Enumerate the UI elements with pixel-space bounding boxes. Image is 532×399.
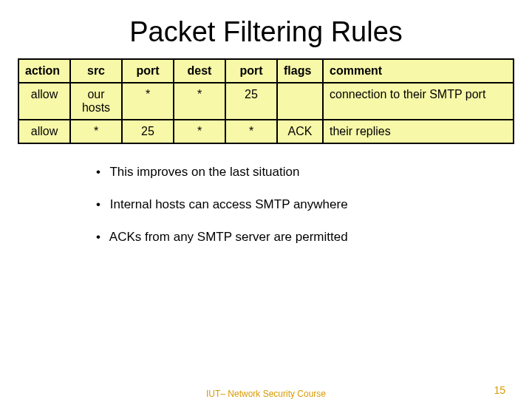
cell-action: allow <box>18 83 70 120</box>
footer-text: IUT– Network Security Course <box>0 389 532 399</box>
bullet-text: Internal hosts can access SMTP anywhere <box>110 197 348 211</box>
list-item: • ACKs from any SMTP server are permitte… <box>96 230 532 245</box>
col-port2: port <box>225 59 277 83</box>
table-row: allow our hosts * * 25 connection to the… <box>18 83 514 120</box>
cell-port1: 25 <box>122 120 174 143</box>
col-dest: dest <box>174 59 225 83</box>
bullet-text: ACKs from any SMTP server are permitted <box>109 230 348 244</box>
col-action: action <box>18 59 70 83</box>
cell-port1: * <box>122 83 174 120</box>
cell-src: * <box>70 120 122 143</box>
list-item: • This improves on the last situation <box>96 165 532 180</box>
cell-flags <box>277 83 323 120</box>
cell-port2: * <box>225 120 277 143</box>
cell-dest: * <box>174 120 225 143</box>
table-header-row: action src port dest port flags comment <box>18 59 514 83</box>
bullet-icon: • <box>96 165 106 180</box>
list-item: • Internal hosts can access SMTP anywher… <box>96 197 532 212</box>
cell-comment: their replies <box>323 120 514 143</box>
col-flags: flags <box>277 59 323 83</box>
bullet-list: • This improves on the last situation • … <box>96 165 532 245</box>
col-comment: comment <box>323 59 514 83</box>
bullet-text: This improves on the last situation <box>109 165 299 179</box>
cell-flags: ACK <box>277 120 323 143</box>
cell-dest: * <box>174 83 225 120</box>
cell-src: our hosts <box>70 83 122 120</box>
col-src: src <box>70 59 122 83</box>
page-number: 15 <box>494 384 505 396</box>
bullet-icon: • <box>96 230 106 245</box>
cell-comment: connection to their SMTP port <box>323 83 514 120</box>
slide: Packet Filtering Rules action src port d… <box>0 16 532 399</box>
col-port1: port <box>122 59 174 83</box>
cell-port2: 25 <box>225 83 277 120</box>
page-title: Packet Filtering Rules <box>0 16 532 48</box>
rules-table-wrap: action src port dest port flags comment … <box>18 58 514 144</box>
rules-table: action src port dest port flags comment … <box>18 58 514 144</box>
table-row: allow * 25 * * ACK their replies <box>18 120 514 143</box>
bullet-icon: • <box>96 197 106 212</box>
cell-action: allow <box>18 120 70 143</box>
